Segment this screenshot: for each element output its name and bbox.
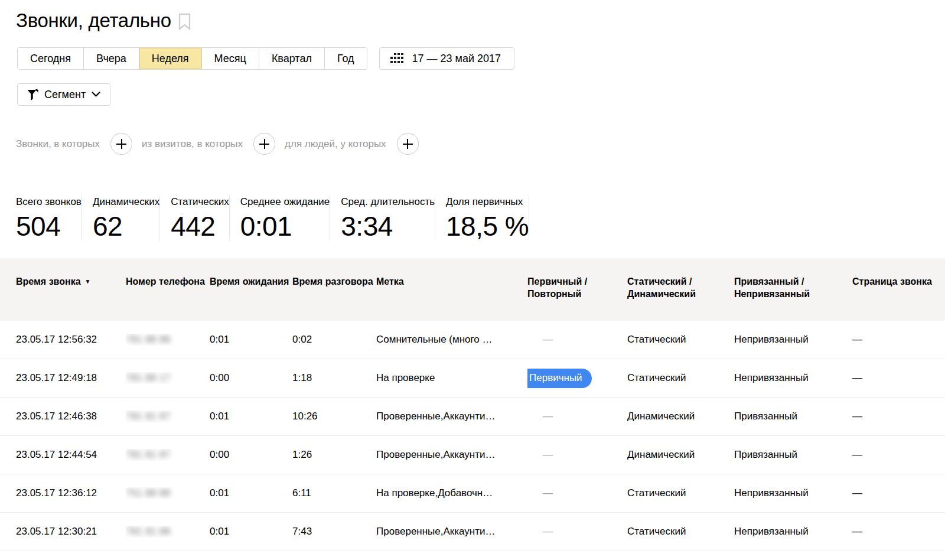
metric-card: Динамических 62 [82, 195, 160, 240]
metric-card: Статических 442 [160, 195, 229, 240]
column-header-phone: Номер телефона [126, 258, 210, 321]
add-filter-button[interactable] [397, 133, 419, 155]
cell-bound-unbound: Непривязанный [734, 526, 852, 538]
filter-group: Звонки, в которых [16, 133, 142, 155]
blurred-phone-number: 781 81 88 [126, 526, 171, 536]
cell-call-time: 23.05.17 12:49:18 [0, 372, 126, 384]
cell-phone: 751 88 88 [126, 487, 210, 499]
metric-card: Доля первичных 18,5 % [435, 195, 529, 240]
metric-value: 3:34 [341, 211, 435, 241]
blurred-phone-number: 781 88 88 [126, 334, 171, 344]
column-header-tag: Метка [376, 258, 527, 321]
table-row[interactable]: 23.05.17 12:30:21 781 81 88 0:01 7:43 Пр… [0, 513, 945, 551]
cell-primary-repeat: Первичный [527, 369, 627, 388]
cell-call-time: 23.05.17 12:56:32 [0, 334, 126, 346]
table-row[interactable]: 23.05.17 12:49:18 781 88 17 0:00 1:18 На… [0, 359, 945, 398]
period-tab[interactable]: Квартал [259, 48, 325, 69]
cell-static-dynamic: Динамический [627, 449, 734, 461]
cell-tag: Сомнительные (много … [376, 334, 527, 346]
table-row[interactable]: 23.05.17 12:46:38 781 81 87 0:01 10:26 П… [0, 398, 945, 436]
cell-primary-repeat: — [527, 449, 627, 461]
empty-dash: — [543, 449, 553, 460]
bookmark-icon[interactable] [178, 13, 191, 32]
cell-talk-time: 1:26 [292, 449, 376, 461]
filter-group: для людей, у которых [285, 133, 428, 155]
period-tab[interactable]: Неделя [139, 48, 202, 69]
metric-label: Динамических [93, 196, 159, 209]
cell-bound-unbound: Непривязанный [734, 487, 852, 499]
segment-button[interactable]: Сегмент [17, 83, 110, 106]
cell-call-time: 23.05.17 12:30:21 [0, 526, 126, 538]
primary-badge: Первичный [527, 369, 592, 388]
empty-dash: — [543, 334, 553, 345]
cell-bound-unbound: Непривязанный [734, 334, 852, 346]
blurred-phone-number: 751 88 88 [126, 488, 171, 498]
cell-tag: Проверенные,Аккаунти… [376, 526, 527, 538]
add-filter-button[interactable] [110, 133, 132, 155]
cell-talk-time: 1:18 [292, 372, 376, 384]
cell-primary-repeat: — [527, 334, 627, 346]
add-filter-button[interactable] [253, 133, 275, 155]
segment-label: Сегмент [44, 89, 86, 101]
cell-talk-time: 7:43 [292, 526, 376, 538]
cell-static-dynamic: Статический [627, 372, 734, 384]
segment-row: Сегмент [17, 83, 945, 106]
cell-call-page: — [852, 372, 945, 384]
blurred-phone-number: 781 88 17 [126, 373, 171, 383]
cell-talk-time: 10:26 [292, 411, 376, 422]
metric-label: Среднее ожидание [240, 196, 330, 209]
filter-group-label: для людей, у которых [285, 138, 386, 150]
cell-call-time: 23.05.17 12:46:38 [0, 411, 126, 422]
cell-phone: 781 81 87 [126, 411, 210, 422]
cell-primary-repeat: — [527, 487, 627, 499]
metric-label: Сред. длительность [341, 196, 435, 209]
table-row[interactable]: 23.05.17 12:36:12 751 88 88 0:01 6:11 На… [0, 474, 945, 513]
column-header-call-time[interactable]: Время звонка▼ [0, 258, 126, 321]
column-header-call-page: Страница звонка [852, 258, 945, 321]
empty-dash: — [543, 411, 553, 422]
cell-phone: 781 81 87 [126, 449, 210, 461]
filter-group-label: Звонки, в которых [16, 138, 100, 150]
filter-builder: Звонки, в которых из визитов, в которых … [16, 133, 945, 155]
calendar-grid-icon [390, 53, 404, 64]
cell-talk-time: 6:11 [292, 487, 376, 499]
period-tab[interactable]: Сегодня [18, 48, 84, 69]
cell-bound-unbound: Привязанный [734, 449, 852, 461]
cell-call-page: — [852, 411, 945, 422]
empty-dash: — [543, 487, 553, 499]
filter-group: из визитов, в которых [142, 133, 285, 155]
period-tab[interactable]: Вчера [84, 48, 139, 69]
table-header-row: Время звонка▼ Номер телефона Время ожида… [0, 258, 945, 321]
filter-group-label: из визитов, в которых [142, 138, 243, 150]
period-tab[interactable]: Год [325, 48, 367, 69]
cell-wait-time: 0:00 [210, 372, 292, 384]
cell-wait-time: 0:01 [210, 526, 292, 538]
cell-tag: Проверенные,Аккаунти… [376, 411, 527, 422]
metric-label: Доля первичных [446, 196, 529, 209]
metric-card: Сред. длительность 3:34 [330, 195, 435, 240]
cell-tag: На проверке,Добавочн… [376, 487, 527, 499]
metric-value: 62 [93, 211, 159, 241]
cell-bound-unbound: Непривязанный [734, 372, 852, 384]
table-row[interactable]: 23.05.17 12:56:32 781 88 88 0:01 0:02 Со… [0, 321, 945, 359]
metric-card: Всего звонков 504 [16, 195, 82, 240]
table-body: 23.05.17 12:56:32 781 88 88 0:01 0:02 Со… [0, 321, 945, 551]
date-range-label: 17 — 23 май 2017 [412, 53, 501, 65]
cell-call-page: — [852, 487, 945, 499]
table-row[interactable]: 23.05.17 12:44:54 781 81 87 0:00 1:26 Пр… [0, 436, 945, 474]
cell-talk-time: 0:02 [292, 334, 376, 346]
period-tab[interactable]: Месяц [202, 48, 259, 69]
date-range-button[interactable]: 17 — 23 май 2017 [379, 47, 515, 70]
cell-static-dynamic: Динамический [627, 411, 734, 422]
metric-value: 442 [171, 211, 229, 241]
cell-wait-time: 0:00 [210, 449, 292, 461]
cell-wait-time: 0:01 [210, 334, 292, 346]
cell-static-dynamic: Статический [627, 526, 734, 538]
cell-call-page: — [852, 334, 945, 346]
page-title: Звонки, детально [16, 9, 171, 32]
period-tab-group: Сегодня Вчера Неделя Месяц Квартал Год [17, 47, 367, 70]
cell-primary-repeat: — [527, 411, 627, 422]
blurred-phone-number: 781 81 87 [126, 411, 171, 421]
blurred-phone-number: 781 81 87 [126, 450, 171, 460]
column-header-static-dynamic: Статический / Динамический [627, 258, 734, 321]
